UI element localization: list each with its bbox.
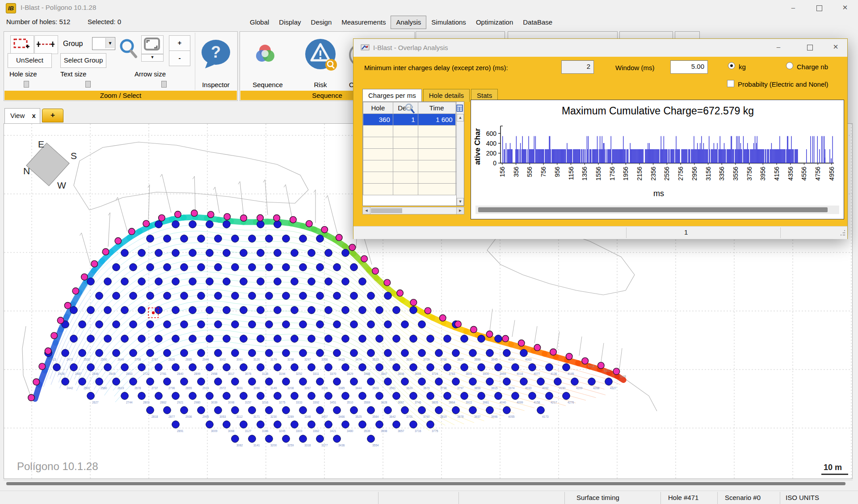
perimeter-hole[interactable]	[39, 363, 46, 370]
blast-hole[interactable]	[96, 378, 103, 386]
zoom-button[interactable]	[118, 37, 139, 61]
blast-hole[interactable]	[172, 307, 180, 314]
blast-hole[interactable]	[333, 378, 341, 386]
blast-hole[interactable]	[435, 349, 443, 357]
perimeter-hole[interactable]	[115, 238, 122, 244]
blast-hole[interactable]	[282, 292, 290, 300]
text-size-slider[interactable]	[85, 81, 91, 88]
blast-hole[interactable]	[231, 292, 239, 300]
blast-hole[interactable]	[138, 392, 146, 400]
blast-hole[interactable]	[248, 349, 256, 357]
blast-hole[interactable]	[214, 321, 222, 328]
blast-hole[interactable]	[138, 335, 146, 343]
dialog-maximize-button[interactable]	[801, 40, 819, 54]
blast-hole[interactable]	[172, 278, 180, 286]
blast-hole[interactable]	[104, 307, 112, 314]
blast-hole[interactable]	[359, 307, 366, 314]
blast-hole[interactable]	[486, 349, 494, 357]
blast-hole[interactable]	[257, 278, 265, 286]
blast-hole[interactable]	[206, 278, 214, 286]
blast-hole[interactable]	[444, 335, 451, 343]
blast-hole[interactable]	[537, 407, 545, 414]
blast-hole[interactable]	[529, 364, 536, 371]
perimeter-hole[interactable]	[566, 353, 572, 360]
perimeter-hole[interactable]	[175, 211, 181, 218]
inspector-button[interactable]: ? Inspector	[195, 33, 236, 90]
dialog-close-button[interactable]: ✕	[827, 40, 845, 54]
blast-hole[interactable]	[248, 264, 256, 271]
table-row[interactable]	[363, 149, 464, 160]
blast-hole[interactable]	[393, 335, 400, 343]
map-horizontal-scrollbar-thumb[interactable]	[6, 482, 845, 485]
blast-hole[interactable]	[198, 292, 205, 300]
risk-button[interactable]: Risk	[295, 33, 345, 90]
blast-hole[interactable]	[164, 407, 171, 414]
blast-hole[interactable]	[435, 407, 443, 414]
blast-hole[interactable]	[291, 392, 299, 400]
scroll-up-icon[interactable]: ▲	[457, 114, 464, 122]
perimeter-hole[interactable]	[224, 214, 231, 220]
blast-hole[interactable]	[384, 407, 392, 414]
perimeter-hole[interactable]	[384, 279, 391, 286]
blast-hole[interactable]	[189, 392, 197, 400]
charge-nb-radio[interactable]	[786, 62, 793, 69]
blast-hole[interactable]	[206, 307, 214, 314]
blast-hole[interactable]	[214, 292, 222, 300]
blast-hole[interactable]	[410, 335, 417, 343]
blast-hole[interactable]	[342, 278, 349, 286]
perimeter-hole[interactable]	[410, 299, 417, 306]
blast-hole[interactable]	[248, 321, 256, 328]
perimeter-hole[interactable]	[336, 234, 342, 241]
blast-hole[interactable]	[333, 321, 341, 328]
perimeter-hole[interactable]	[598, 362, 605, 369]
blast-hole[interactable]	[325, 335, 332, 343]
blast-hole[interactable]	[214, 378, 222, 386]
blast-hole[interactable]	[461, 335, 468, 343]
arrow-size-slider[interactable]	[161, 81, 167, 88]
blast-hole[interactable]	[113, 378, 120, 386]
blast-hole[interactable]	[164, 321, 171, 328]
blast-hole[interactable]	[316, 378, 324, 386]
blast-hole[interactable]	[104, 364, 112, 371]
blast-hole[interactable]	[79, 321, 86, 328]
blast-hole[interactable]	[401, 349, 409, 357]
blast-hole[interactable]	[198, 349, 205, 357]
blast-hole[interactable]	[563, 364, 570, 371]
table-search-icon[interactable]	[404, 103, 416, 114]
blast-hole[interactable]	[198, 264, 205, 271]
blast-hole[interactable]	[248, 378, 256, 386]
table-row[interactable]	[363, 160, 464, 172]
blast-hole[interactable]	[113, 264, 120, 271]
blast-hole[interactable]	[265, 378, 273, 386]
blast-hole[interactable]	[299, 235, 307, 243]
unselect-button[interactable]: UnSelect	[8, 53, 52, 68]
blast-hole[interactable]	[147, 378, 154, 386]
blast-hole[interactable]	[376, 392, 383, 400]
blast-hole[interactable]	[96, 321, 103, 328]
blast-hole[interactable]	[172, 335, 180, 343]
blast-hole[interactable]	[274, 421, 282, 428]
blast-hole[interactable]	[70, 307, 78, 314]
blast-hole[interactable]	[282, 235, 290, 243]
perimeter-hole[interactable]	[207, 211, 214, 218]
blast-hole[interactable]	[172, 364, 180, 371]
blast-hole[interactable]	[87, 278, 95, 286]
blast-hole[interactable]	[87, 335, 95, 343]
perimeter-hole[interactable]	[128, 228, 135, 235]
menu-item-measurements[interactable]: Measurements	[336, 16, 391, 29]
menu-item-database[interactable]: DataBase	[518, 16, 557, 29]
blast-hole[interactable]	[257, 307, 265, 314]
blast-hole[interactable]	[367, 349, 375, 357]
blast-hole[interactable]	[164, 264, 171, 271]
blast-hole[interactable]	[172, 249, 180, 257]
blast-hole[interactable]	[206, 249, 214, 257]
blast-hole[interactable]	[265, 407, 273, 414]
blast-hole[interactable]	[282, 264, 290, 271]
blast-hole[interactable]	[342, 364, 349, 371]
blast-hole[interactable]	[214, 264, 222, 271]
blast-hole[interactable]	[189, 364, 197, 371]
blast-hole[interactable]	[342, 307, 349, 314]
blast-hole[interactable]	[87, 307, 95, 314]
perimeter-hole[interactable]	[51, 332, 58, 339]
blast-hole[interactable]	[444, 364, 451, 371]
